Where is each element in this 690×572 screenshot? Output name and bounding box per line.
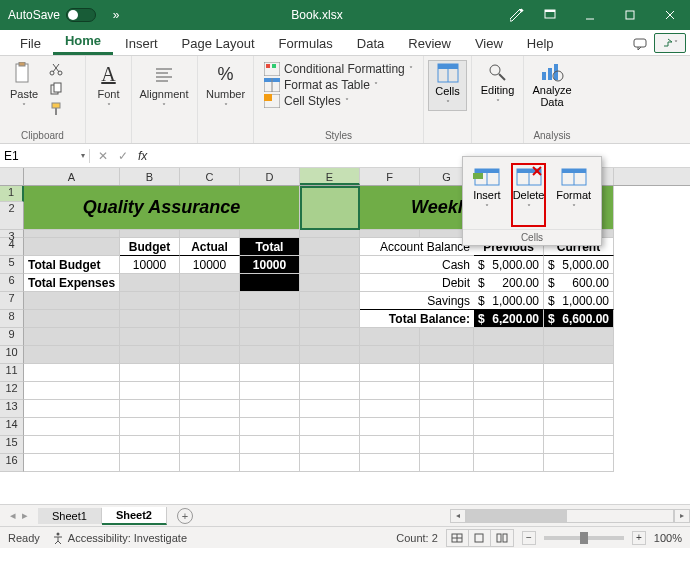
cells-group-button[interactable]: Cells˅: [428, 60, 467, 111]
tab-formulas[interactable]: Formulas: [267, 32, 345, 55]
cell-account-balance[interactable]: Account Balance: [360, 238, 474, 256]
cell-savings-prev[interactable]: $1,000.00: [474, 292, 544, 310]
cell-cash-prev[interactable]: $5,000.00: [474, 256, 544, 274]
autosave-switch-icon[interactable]: [66, 8, 96, 22]
col-header-c[interactable]: C: [180, 168, 240, 185]
cell-debit-label[interactable]: Debit: [360, 274, 474, 292]
col-header-d[interactable]: D: [240, 168, 300, 185]
row-header-15[interactable]: 15: [0, 436, 24, 454]
zoom-in-button[interactable]: +: [632, 531, 646, 545]
view-page-layout-icon[interactable]: [469, 530, 491, 546]
enter-formula-icon[interactable]: ✓: [118, 149, 128, 163]
row-header-10[interactable]: 10: [0, 346, 24, 364]
tab-review[interactable]: Review: [396, 32, 463, 55]
cell-savings-cur[interactable]: $1,000.00: [544, 292, 614, 310]
cell-savings-label[interactable]: Savings: [360, 292, 474, 310]
share-button[interactable]: ˅: [654, 33, 686, 53]
row-header-7[interactable]: 7: [0, 292, 24, 310]
add-sheet-button[interactable]: +: [177, 508, 193, 524]
col-header-f[interactable]: F: [360, 168, 420, 185]
alignment-group-button[interactable]: Alignment˅: [136, 60, 192, 113]
cell-debit-prev[interactable]: $200.00: [474, 274, 544, 292]
row-header-5[interactable]: 5: [0, 256, 24, 274]
minimize-button[interactable]: [570, 0, 610, 30]
cell-total-balance-label[interactable]: Total Balance:: [360, 310, 474, 328]
row-header-8[interactable]: 8: [0, 310, 24, 328]
cell-e1[interactable]: [300, 186, 360, 230]
horizontal-scrollbar[interactable]: ◂ ▸: [450, 508, 690, 524]
overflow-icon[interactable]: »: [104, 3, 128, 27]
cell-total-budget-label[interactable]: Total Budget: [24, 256, 120, 274]
view-page-break-icon[interactable]: [491, 530, 513, 546]
font-group-button[interactable]: AFont˅: [90, 60, 127, 113]
tab-view[interactable]: View: [463, 32, 515, 55]
row-header-4[interactable]: 4: [0, 238, 24, 256]
zoom-out-button[interactable]: −: [522, 531, 536, 545]
cell-a4[interactable]: [24, 238, 120, 256]
comments-icon[interactable]: [626, 33, 654, 55]
col-header-a[interactable]: A: [24, 168, 120, 185]
fx-icon[interactable]: fx: [138, 149, 147, 163]
format-painter-icon[interactable]: [46, 100, 66, 118]
row-header-13[interactable]: 13: [0, 400, 24, 418]
zoom-percent[interactable]: 100%: [654, 532, 682, 544]
col-header-b[interactable]: B: [120, 168, 180, 185]
tab-insert[interactable]: Insert: [113, 32, 170, 55]
cells-delete-button[interactable]: Delete˅: [511, 163, 547, 227]
sheet-tab-1[interactable]: Sheet1: [38, 508, 102, 524]
row-header-3[interactable]: 3: [0, 230, 24, 238]
row-header-16[interactable]: 16: [0, 454, 24, 472]
zoom-slider[interactable]: [544, 536, 624, 540]
tab-data[interactable]: Data: [345, 32, 396, 55]
cell-total-hdr[interactable]: Total: [240, 238, 300, 256]
tab-home[interactable]: Home: [53, 29, 113, 55]
cell-budget-hdr[interactable]: Budget: [120, 238, 180, 256]
cell-actual-val[interactable]: 10000: [180, 256, 240, 274]
cancel-formula-icon[interactable]: ✕: [98, 149, 108, 163]
scroll-right-icon[interactable]: ▸: [674, 509, 690, 523]
select-all-corner[interactable]: [0, 168, 24, 185]
view-normal-icon[interactable]: [447, 530, 469, 546]
paste-button[interactable]: Paste˅: [4, 60, 44, 113]
conditional-formatting-button[interactable]: Conditional Formatting˅: [264, 62, 413, 76]
scroll-thumb[interactable]: [467, 510, 567, 522]
cell-d6[interactable]: [240, 274, 300, 292]
cell-total-prev[interactable]: $6,200.00: [474, 310, 544, 328]
cell-budget-val[interactable]: 10000: [120, 256, 180, 274]
cell-cash-label[interactable]: Cash: [360, 256, 474, 274]
cell-styles-button[interactable]: Cell Styles˅: [264, 94, 413, 108]
maximize-button[interactable]: [610, 0, 650, 30]
sheet-tab-2[interactable]: Sheet2: [102, 507, 167, 525]
cell-debit-cur[interactable]: $600.00: [544, 274, 614, 292]
close-button[interactable]: [650, 0, 690, 30]
ribbon-options-icon[interactable]: [530, 0, 570, 30]
format-as-table-button[interactable]: Format as Table˅: [264, 78, 413, 92]
row-header-9[interactable]: 9: [0, 328, 24, 346]
cell-total-val[interactable]: 10000: [240, 256, 300, 274]
cells-insert-button[interactable]: Insert˅: [471, 163, 503, 227]
row-header-2[interactable]: 2: [0, 202, 24, 230]
row-header-14[interactable]: 14: [0, 418, 24, 436]
copy-icon[interactable]: [46, 80, 66, 98]
row-header-6[interactable]: 6: [0, 274, 24, 292]
number-group-button[interactable]: %Number˅: [202, 60, 249, 113]
cell-cash-cur[interactable]: $5,000.00: [544, 256, 614, 274]
zoom-slider-thumb[interactable]: [580, 532, 588, 544]
next-sheet-icon[interactable]: ▸: [22, 509, 28, 522]
tab-file[interactable]: File: [8, 32, 53, 55]
row-header-1[interactable]: 1: [0, 186, 24, 202]
cell-total-expenses-label[interactable]: Total Expenses: [24, 274, 120, 292]
tab-page-layout[interactable]: Page Layout: [170, 32, 267, 55]
tab-help[interactable]: Help: [515, 32, 566, 55]
accessibility-status[interactable]: Accessibility: Investigate: [52, 532, 187, 544]
autosave-toggle[interactable]: AutoSave: [0, 8, 104, 22]
cell-actual-hdr[interactable]: Actual: [180, 238, 240, 256]
prev-sheet-icon[interactable]: ◂: [10, 509, 16, 522]
row-header-12[interactable]: 12: [0, 382, 24, 400]
cut-icon[interactable]: [46, 60, 66, 78]
name-box[interactable]: E1▾: [0, 149, 90, 163]
pencil-icon[interactable]: [506, 3, 530, 27]
row-header-11[interactable]: 11: [0, 364, 24, 382]
cell-total-cur[interactable]: $6,600.00: [544, 310, 614, 328]
scroll-left-icon[interactable]: ◂: [450, 509, 466, 523]
